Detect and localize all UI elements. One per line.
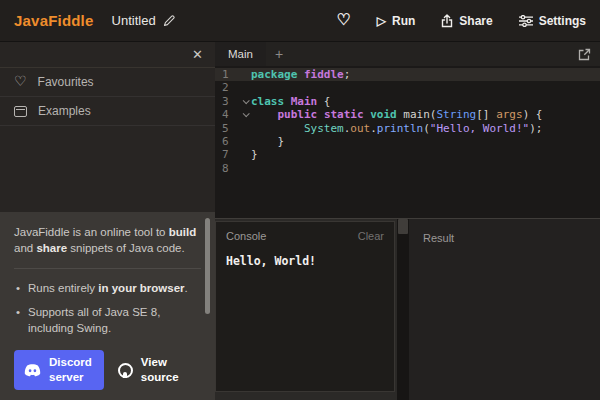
feature-list-item: Runs entirely in your browser.	[14, 280, 201, 297]
sliders-icon	[519, 15, 533, 27]
fold-chevron-icon[interactable]	[242, 111, 249, 118]
line-number: 6	[215, 135, 239, 148]
tab-main[interactable]: Main	[215, 42, 266, 66]
view-source-line1: View	[141, 355, 179, 370]
sidebar-items: ♡FavouritesExamples	[0, 68, 215, 126]
run-label: Run	[392, 14, 415, 28]
info-buttons: Discord server View source	[14, 350, 201, 390]
app-logo: JavaFiddle	[14, 12, 94, 29]
favourite-button[interactable]: ♡	[336, 13, 350, 29]
sidebar-item-label: Examples	[38, 104, 91, 118]
code-text: }	[251, 148, 258, 161]
code-text: package fiddle;	[251, 68, 350, 81]
close-sidebar-button[interactable]: ✕	[192, 48, 203, 61]
settings-label: Settings	[539, 14, 586, 28]
panel-resizer[interactable]	[397, 219, 409, 400]
close-icon: ✕	[192, 47, 203, 62]
topbar: JavaFiddle Untitled ♡ ▷ Run Share	[0, 0, 600, 42]
line-number: 1	[215, 68, 239, 81]
code-line: 2	[215, 81, 600, 94]
code-text: public static void main(String[] args) {	[251, 108, 543, 121]
feature-list-item: Supports all of Java SE 8, including Swi…	[14, 304, 201, 337]
feature-list: Runs entirely in your browser.Supports a…	[14, 280, 201, 337]
pencil-icon	[163, 14, 176, 27]
sidebar-item-examples[interactable]: Examples	[0, 97, 215, 126]
code-line: 4 public static void main(String[] args)…	[215, 108, 600, 121]
share-icon	[441, 14, 453, 28]
sidebar-header: ✕	[0, 42, 215, 68]
code-text: }	[251, 135, 284, 148]
topbar-actions: ♡ ▷ Run Share Settings	[336, 13, 586, 29]
line-number: 4	[215, 108, 239, 121]
info-divider	[14, 268, 201, 269]
external-link-icon	[578, 48, 591, 61]
code-text: class Main {	[251, 95, 331, 108]
sidebar-info-panel: JavaFiddle is an online tool to build an…	[0, 212, 215, 400]
open-external-button[interactable]	[578, 48, 591, 61]
line-number: 8	[215, 162, 239, 175]
console-panel: Console Clear Hello, World!	[215, 219, 397, 400]
code-line: 7}	[215, 148, 600, 161]
line-number: 3	[215, 95, 239, 108]
discord-server-button[interactable]: Discord server	[14, 350, 104, 390]
code-editor[interactable]: 1package fiddle;23class Main {4 public s…	[215, 66, 600, 219]
play-icon: ▷	[377, 14, 386, 28]
code-text: System.out.println("Hello, World!");	[251, 122, 542, 135]
heart-icon: ♡	[14, 74, 27, 88]
editor-pane: Main + 1package fiddle;23class Main {4 p…	[215, 42, 600, 400]
share-button[interactable]: Share	[441, 14, 492, 28]
view-source-line2: source	[141, 370, 179, 385]
edit-title-button[interactable]	[163, 14, 176, 27]
editor-tabbar: Main +	[215, 42, 600, 66]
code-line: 5 System.out.println("Hello, World!");	[215, 122, 600, 135]
line-number: 5	[215, 122, 239, 135]
console-title: Console	[226, 230, 266, 242]
sidebar-spacer	[0, 126, 215, 212]
code-line: 6 }	[215, 135, 600, 148]
clear-console-button[interactable]: Clear	[358, 230, 384, 242]
line-number: 2	[215, 81, 239, 94]
github-icon	[118, 363, 133, 378]
line-number: 7	[215, 148, 239, 161]
sidebar-item-favourites[interactable]: ♡Favourites	[0, 68, 215, 97]
plus-icon: +	[275, 46, 283, 62]
app-description: JavaFiddle is an online tool to build an…	[14, 224, 201, 257]
share-label: Share	[459, 14, 492, 28]
discord-button-line2: server	[49, 370, 92, 385]
window-icon	[14, 106, 27, 117]
code-line: 3class Main {	[215, 95, 600, 108]
run-button[interactable]: ▷ Run	[377, 14, 416, 28]
discord-icon	[24, 364, 41, 377]
output-panels: Console Clear Hello, World! Result	[215, 219, 600, 400]
view-source-button[interactable]: View source	[118, 350, 179, 390]
sidebar-item-label: Favourites	[38, 75, 94, 89]
settings-button[interactable]: Settings	[519, 14, 586, 28]
fold-chevron-icon[interactable]	[242, 97, 249, 104]
code-line: 8	[215, 162, 600, 175]
heart-icon: ♡	[336, 12, 350, 28]
result-panel: Result	[409, 219, 600, 400]
resizer-grip[interactable]	[398, 219, 408, 234]
discord-button-line1: Discord	[49, 355, 92, 370]
document-title: Untitled	[112, 13, 176, 28]
document-title-text: Untitled	[112, 13, 156, 28]
sidebar: ✕ ♡FavouritesExamples JavaFiddle is an o…	[0, 42, 215, 400]
console-output: Hello, World!	[216, 246, 394, 276]
result-title: Result	[423, 232, 454, 244]
add-tab-button[interactable]: +	[266, 46, 292, 62]
sidebar-scrollbar-thumb[interactable]	[205, 218, 210, 314]
console-box: Console Clear Hello, World!	[215, 221, 395, 392]
code-line: 1package fiddle;	[215, 68, 600, 81]
